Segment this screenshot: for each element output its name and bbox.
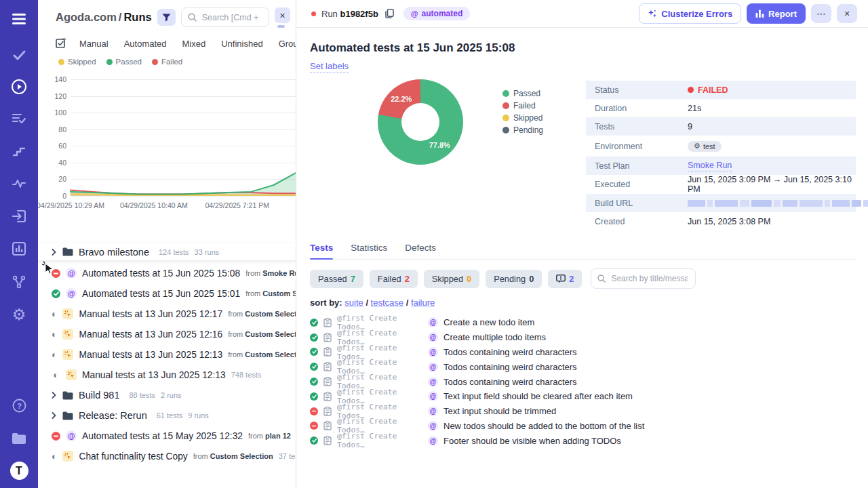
run-status-dot xyxy=(311,12,316,16)
test-list-item[interactable]: @first Create Todos…@Text input should b… xyxy=(310,404,856,419)
automated-tag-badge[interactable]: @automated xyxy=(403,7,470,20)
pulse-icon[interactable] xyxy=(9,174,29,194)
x-tick-label: 04/29/2025 10:40 AM xyxy=(120,201,188,209)
more-options-button[interactable]: ⋯ xyxy=(811,4,831,23)
run-list-item[interactable]: ◐Manual tests at 13 Jun 2025 12:16from C… xyxy=(38,324,296,344)
runs-search-input[interactable] xyxy=(201,12,262,23)
tab-defects[interactable]: Defects xyxy=(405,243,436,259)
clipboard-icon xyxy=(323,333,332,342)
tab-manual[interactable]: Manual xyxy=(79,39,108,49)
run-list-item[interactable]: @Automated tests at 15 May 2025 12:32fro… xyxy=(38,426,296,446)
info-row: Build URL xyxy=(586,194,856,212)
steps-icon[interactable] xyxy=(9,141,29,161)
run-list-item[interactable]: @Automated tests at 15 Jun 2025 15:01fro… xyxy=(38,283,296,304)
test-list-item[interactable]: @first Create Todos…@Create a new todo i… xyxy=(310,315,856,330)
filter-pill-failed[interactable]: Failed2 xyxy=(370,270,418,288)
filter-button[interactable] xyxy=(157,9,176,26)
tab-automated[interactable]: Automated xyxy=(124,39,167,49)
run-list-item[interactable]: ◐Chat functinality test Copyfrom Custom … xyxy=(38,446,296,466)
sort-link-failure[interactable]: failure xyxy=(411,298,435,308)
test-list-item[interactable]: @first Create Todos…@Todos containing we… xyxy=(310,359,856,374)
legend-label: Pending xyxy=(513,125,543,135)
branches-icon[interactable] xyxy=(9,272,29,292)
filter-pill-pending[interactable]: Pending0 xyxy=(486,270,542,288)
tab-tests[interactable]: Tests xyxy=(310,243,333,259)
breadcrumb-project[interactable]: Agoda.com xyxy=(56,11,117,23)
detail-close-button[interactable]: × xyxy=(837,4,857,23)
y-tick-label: 20 xyxy=(42,175,66,183)
tab-mixed[interactable]: Mixed xyxy=(182,39,206,49)
svg-text:?: ? xyxy=(17,402,22,410)
filter-label: Skipped xyxy=(432,274,463,284)
run-source: from Custom Selection xyxy=(228,310,296,318)
runs-play-icon[interactable] xyxy=(9,77,29,97)
copy-icon[interactable] xyxy=(385,9,394,18)
filter-pill-passed[interactable]: Passed7 xyxy=(310,270,363,288)
filter-pill-skipped[interactable]: Skipped0 xyxy=(424,270,479,288)
tab-groups[interactable]: Groups xyxy=(279,39,296,49)
test-list-item[interactable]: @first Create Todos…@Todos containing we… xyxy=(310,345,856,360)
runs-group-row[interactable]: Bravo milestone124 tests33 runs xyxy=(38,243,296,260)
panel-close-button[interactable]: × xyxy=(275,7,290,23)
import-icon[interactable] xyxy=(9,206,29,226)
test-list-item[interactable]: @first Create Todos…@Create multiple tod… xyxy=(310,330,856,345)
sort-link-testcase[interactable]: testcase xyxy=(371,298,403,308)
search-icon xyxy=(188,13,197,22)
tab-statistics[interactable]: Statistics xyxy=(351,243,387,259)
info-value: Jun 15, 2025 3:09 PM → Jun 15, 2025 3:10… xyxy=(688,175,856,194)
checklist-icon[interactable] xyxy=(56,38,66,49)
failed-status-icon xyxy=(52,432,60,441)
breadcrumb-page: Runs xyxy=(123,11,151,23)
test-plan-link[interactable]: Smoke Run xyxy=(688,161,732,171)
help-icon[interactable]: ? xyxy=(9,395,29,415)
runs-search[interactable] xyxy=(181,7,269,27)
sort-link-suite[interactable]: suite xyxy=(344,298,363,308)
filter-label: Pending xyxy=(494,274,526,284)
settings-gear-icon[interactable]: ⚙ xyxy=(9,304,29,325)
set-labels-link[interactable]: Set labels xyxy=(310,61,349,73)
test-list-item[interactable]: @first Create Todos…@Todos containing we… xyxy=(310,374,856,389)
run-list-item[interactable]: ◐Manual tests at 13 Jun 2025 12:13from C… xyxy=(38,344,296,365)
tab-unfinished[interactable]: Unfinished xyxy=(221,39,262,49)
group-runs-count: 9 runs xyxy=(188,411,209,420)
projects-folder-icon[interactable] xyxy=(9,428,29,449)
donut-slice-label: 22.2% xyxy=(391,95,412,103)
group-title: Release: Rerun xyxy=(79,410,147,421)
test-list-item[interactable]: @first Create Todos…@Footer should be vi… xyxy=(310,433,856,448)
comments-filter-pill[interactable]: 2 xyxy=(548,270,582,288)
runs-group-row[interactable]: Release: Rerun61 tests9 runs xyxy=(38,405,296,426)
manual-run-icon xyxy=(62,329,73,340)
runs-history-chart: 14012010080604020004/29/2025 10:29 AM04/… xyxy=(38,74,296,215)
clipboard-icon xyxy=(323,377,332,386)
runs-group-row[interactable]: Build 98188 tests2 runs xyxy=(38,385,296,405)
tasks-check-icon[interactable] xyxy=(9,45,29,65)
gear-icon: ⚙ xyxy=(694,142,701,150)
app-logo[interactable]: T xyxy=(10,462,28,480)
legend-label: Passed xyxy=(116,58,142,66)
donut-legend-item: Failed xyxy=(502,101,543,110)
clusterize-errors-button[interactable]: Clusterize Errors xyxy=(639,3,741,24)
tests-search[interactable] xyxy=(591,268,696,289)
test-plans-icon[interactable] xyxy=(9,108,29,129)
run-list-item[interactable]: @Automated tests at 15 Jun 2025 15:08fro… xyxy=(38,263,296,283)
y-tick-label: 40 xyxy=(42,159,66,167)
run-title: Manual tests at 13 Jun 2025 12:13 xyxy=(79,350,222,360)
failed-status-icon xyxy=(310,407,318,415)
analytics-icon[interactable] xyxy=(9,239,29,259)
detail-tabs: TestsStatisticsDefects xyxy=(310,243,856,260)
test-title: Footer should be visible when adding TOD… xyxy=(443,436,621,446)
info-value xyxy=(688,200,868,207)
app-sidebar: ⚙ ? T xyxy=(0,0,38,488)
info-label: Tests xyxy=(586,122,688,131)
x-tick-label: 04/29/2025 10:29 AM xyxy=(38,201,104,209)
in-progress-status-icon: ◐ xyxy=(52,309,57,319)
y-tick-label: 60 xyxy=(42,142,66,150)
test-list-item[interactable]: @first Create Todos…@New todos should be… xyxy=(310,419,856,434)
run-list-item[interactable]: ◐Manual tests at 13 Jun 2025 12:13748 te… xyxy=(38,365,296,385)
report-button[interactable]: Report xyxy=(747,3,806,24)
menu-icon[interactable] xyxy=(9,9,29,29)
test-list-item[interactable]: @first Create Todos…@Text input field sh… xyxy=(310,389,856,404)
run-list-item[interactable]: ◐Manual tests at 13 Jun 2025 12:17from C… xyxy=(38,304,296,324)
tests-search-input[interactable] xyxy=(610,273,689,284)
status-badge: FAILED xyxy=(688,85,728,95)
